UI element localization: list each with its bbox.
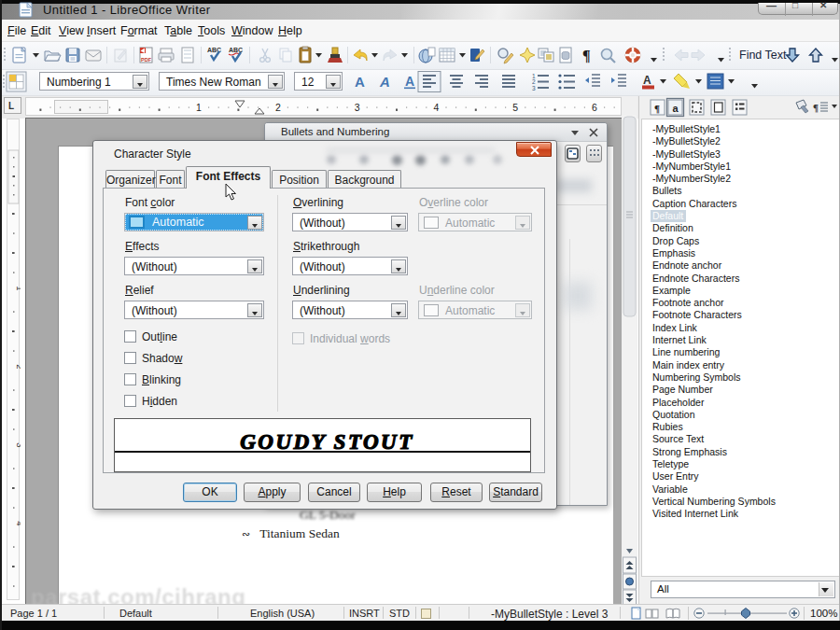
svg-text:4: 4 (15, 521, 21, 525)
svg-text:1: 1 (196, 102, 202, 113)
svg-text:3: 3 (15, 442, 21, 447)
svg-text:PDF: PDF (141, 57, 152, 63)
svg-text:a: a (673, 103, 679, 114)
svg-text:A: A (643, 74, 651, 87)
svg-text:2: 2 (15, 364, 21, 369)
svg-text:¶: ¶ (813, 102, 819, 113)
svg-text:100%: 100% (810, 608, 837, 619)
svg-text:6: 6 (592, 102, 597, 113)
svg-text:3: 3 (355, 102, 360, 113)
svg-text:A: A (355, 74, 365, 90)
svg-text:5: 5 (512, 102, 518, 113)
svg-text:3: 3 (532, 85, 536, 91)
svg-text:¶: ¶ (582, 48, 591, 63)
svg-text:4: 4 (433, 102, 439, 113)
svg-text:Find Text: Find Text (739, 49, 787, 62)
svg-text:1: 1 (15, 286, 21, 290)
svg-text:¶: ¶ (654, 103, 660, 114)
svg-text:A: A (379, 74, 390, 90)
svg-text:2: 2 (275, 102, 281, 113)
svg-text:A: A (405, 74, 414, 89)
